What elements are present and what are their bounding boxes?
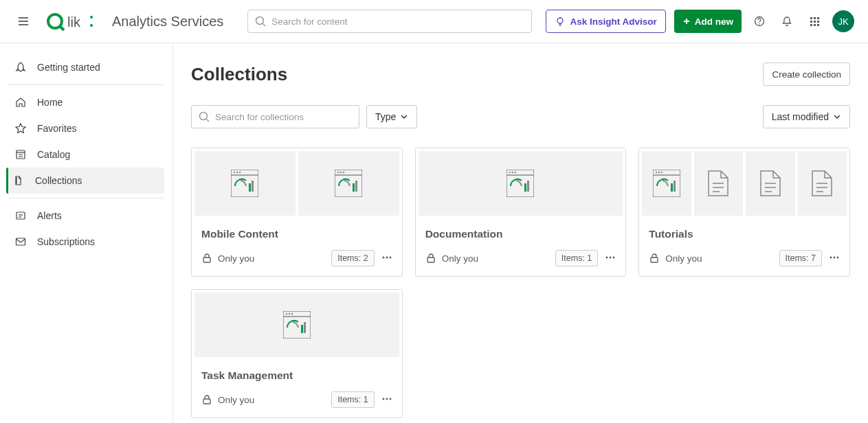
items-count-badge: Items: 2 xyxy=(331,250,374,266)
card-body: Documentation xyxy=(416,218,626,243)
visibility-indicator: Only you xyxy=(649,253,702,264)
alerts-icon xyxy=(15,210,26,221)
global-search[interactable] xyxy=(247,10,532,33)
sidebar-item-getting-started[interactable]: Getting started xyxy=(8,54,164,80)
collection-thumb xyxy=(746,151,794,216)
app-thumb-icon xyxy=(335,170,362,197)
collection-card[interactable]: Tutorials Only you Items: 7 xyxy=(638,148,850,277)
collection-thumb xyxy=(298,151,399,216)
card-more-menu[interactable] xyxy=(829,252,840,265)
mail-icon xyxy=(15,236,26,247)
sidebar-item-favorites[interactable]: Favorites xyxy=(8,115,164,141)
collection-thumb xyxy=(642,151,691,216)
collection-thumb xyxy=(694,151,743,216)
doc-thumb-icon xyxy=(808,170,836,197)
collection-card[interactable]: Documentation Only you Items: 1 xyxy=(415,148,627,277)
more-icon xyxy=(605,252,616,263)
items-count-badge: Items: 1 xyxy=(331,391,374,408)
card-footer: Only you Items: 2 xyxy=(192,243,402,276)
plus-icon xyxy=(682,17,691,25)
doc-thumb-icon xyxy=(757,170,784,197)
type-filter-label: Type xyxy=(375,111,396,122)
create-collection-button[interactable]: Create collection xyxy=(763,62,850,86)
card-more-menu[interactable] xyxy=(605,252,616,265)
svg-line-44 xyxy=(60,26,64,30)
lock-icon xyxy=(201,394,212,405)
visibility-indicator: Only you xyxy=(201,394,254,405)
collections-search[interactable] xyxy=(191,105,359,128)
sidebar-item-label: Favorites xyxy=(37,123,77,134)
lock-icon xyxy=(201,253,212,264)
sort-label: Last modified xyxy=(772,111,829,122)
notifications-icon[interactable] xyxy=(777,12,797,31)
global-search-input[interactable] xyxy=(271,16,524,27)
card-footer: Only you Items: 7 xyxy=(639,243,849,276)
type-filter-dropdown[interactable]: Type xyxy=(366,105,417,128)
sidebar-item-collections[interactable]: Collections xyxy=(6,168,164,194)
sidebar-item-label: Subscriptions xyxy=(37,236,95,247)
card-footer: Only you Items: 1 xyxy=(192,385,402,418)
lock-icon xyxy=(425,253,436,264)
collection-thumb xyxy=(798,151,847,216)
collection-title: Tutorials xyxy=(649,228,840,240)
ask-insight-advisor-button[interactable]: Ask Insight Advisor xyxy=(546,10,665,33)
topbar: lik Analytics Services Ask Insight Advis… xyxy=(0,0,868,43)
sidebar-item-label: Catalog xyxy=(37,149,70,160)
card-more-menu[interactable] xyxy=(381,252,392,265)
brand-service-text: Analytics Services xyxy=(112,14,223,30)
page-title: Collections xyxy=(191,64,287,85)
items-count-badge: Items: 1 xyxy=(555,250,598,266)
card-preview xyxy=(416,148,626,218)
visibility-indicator: Only you xyxy=(201,253,254,264)
ask-insight-label: Ask Insight Advisor xyxy=(570,16,656,27)
svg-point-47 xyxy=(90,24,93,27)
svg-text:lik: lik xyxy=(67,14,81,30)
sidebar-item-subscriptions[interactable]: Subscriptions xyxy=(8,229,164,255)
help-icon[interactable] xyxy=(750,12,769,31)
app-thumb-icon xyxy=(653,170,680,197)
collection-card[interactable]: Mobile Content Only you Items: 2 xyxy=(191,148,403,277)
filter-row: Type Last modified xyxy=(191,105,850,128)
search-icon xyxy=(199,111,210,122)
sidebar-item-alerts[interactable]: Alerts xyxy=(8,203,164,229)
card-preview xyxy=(192,290,402,360)
collection-title: Task Management xyxy=(201,369,392,382)
collections-search-input[interactable] xyxy=(215,112,352,122)
card-more-menu[interactable] xyxy=(381,393,392,407)
hamburger-menu-icon[interactable] xyxy=(14,12,33,31)
collection-title: Mobile Content xyxy=(201,228,392,240)
card-body: Task Management xyxy=(192,360,402,385)
main-content: Collections Create collection Type Last … xyxy=(173,43,868,423)
visibility-label: Only you xyxy=(665,253,702,264)
page-header: Collections Create collection xyxy=(191,62,850,86)
collections-grid: Mobile Content Only you Items: 2 Documen… xyxy=(191,148,850,418)
sidebar-item-label: Collections xyxy=(35,175,82,186)
avatar[interactable]: JK xyxy=(832,10,854,32)
items-count-badge: Items: 7 xyxy=(779,250,822,266)
sidebar-item-catalog[interactable]: Catalog xyxy=(8,141,164,168)
visibility-label: Only you xyxy=(218,395,254,405)
visibility-label: Only you xyxy=(218,253,254,264)
add-new-label: Add new xyxy=(695,16,733,27)
app-launcher-icon[interactable] xyxy=(805,12,824,31)
star-icon xyxy=(15,123,26,134)
chevron-down-icon xyxy=(400,113,408,121)
qlik-logo-icon: lik xyxy=(47,12,95,31)
sidebar-divider xyxy=(8,198,164,198)
search-icon xyxy=(255,16,266,27)
more-icon xyxy=(829,252,840,263)
collection-thumb xyxy=(419,151,623,216)
collection-title: Documentation xyxy=(425,228,616,240)
card-body: Tutorials xyxy=(639,218,849,243)
sort-dropdown[interactable]: Last modified xyxy=(763,105,850,128)
home-icon xyxy=(15,97,26,108)
catalog-icon xyxy=(15,149,26,160)
chevron-down-icon xyxy=(833,113,841,121)
add-new-button[interactable]: Add new xyxy=(674,10,742,33)
app-thumb-icon xyxy=(231,170,258,197)
card-footer: Only you Items: 1 xyxy=(416,243,626,276)
lightbulb-icon xyxy=(555,16,566,27)
collection-thumb xyxy=(194,293,399,357)
collection-card[interactable]: Task Management Only you Items: 1 xyxy=(191,289,403,418)
sidebar-item-home[interactable]: Home xyxy=(8,89,164,115)
